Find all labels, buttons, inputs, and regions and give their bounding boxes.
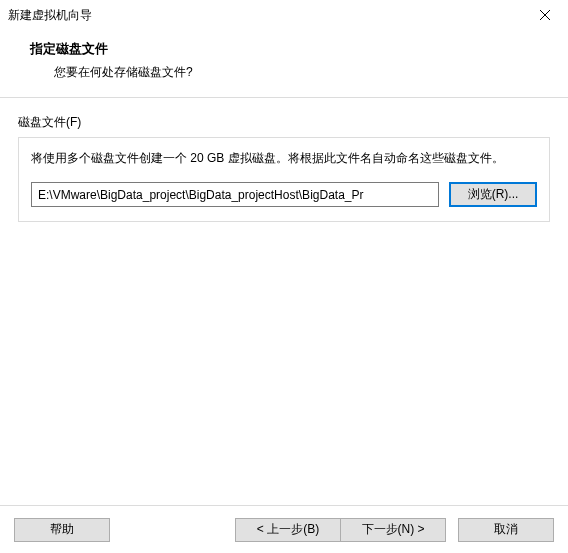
nav-button-group: < 上一步(B) 下一步(N) > 取消 (235, 518, 554, 542)
step-title: 指定磁盘文件 (30, 40, 550, 58)
next-button[interactable]: 下一步(N) > (340, 518, 446, 542)
browse-button[interactable]: 浏览(R)... (449, 182, 537, 207)
path-row: 浏览(R)... (31, 182, 537, 207)
wizard-header: 指定磁盘文件 您要在何处存储磁盘文件? (0, 30, 568, 98)
disk-file-path-input[interactable] (31, 182, 439, 207)
wizard-footer: 帮助 < 上一步(B) 下一步(N) > 取消 (0, 505, 568, 553)
window-title: 新建虚拟机向导 (8, 7, 522, 24)
help-button[interactable]: 帮助 (14, 518, 110, 542)
back-button[interactable]: < 上一步(B) (235, 518, 341, 542)
close-button[interactable] (522, 0, 568, 30)
step-subtitle: 您要在何处存储磁盘文件? (30, 64, 550, 81)
group-box-disk-file: 将使用多个磁盘文件创建一个 20 GB 虚拟磁盘。将根据此文件名自动命名这些磁盘… (18, 137, 550, 222)
wizard-window: 新建虚拟机向导 指定磁盘文件 您要在何处存储磁盘文件? 磁盘文件(F) 将使用多… (0, 0, 568, 553)
close-icon (540, 10, 550, 20)
group-label-disk-file: 磁盘文件(F) (18, 114, 550, 131)
group-description: 将使用多个磁盘文件创建一个 20 GB 虚拟磁盘。将根据此文件名自动命名这些磁盘… (31, 148, 537, 168)
wizard-body: 磁盘文件(F) 将使用多个磁盘文件创建一个 20 GB 虚拟磁盘。将根据此文件名… (0, 98, 568, 505)
cancel-button[interactable]: 取消 (458, 518, 554, 542)
titlebar: 新建虚拟机向导 (0, 0, 568, 30)
